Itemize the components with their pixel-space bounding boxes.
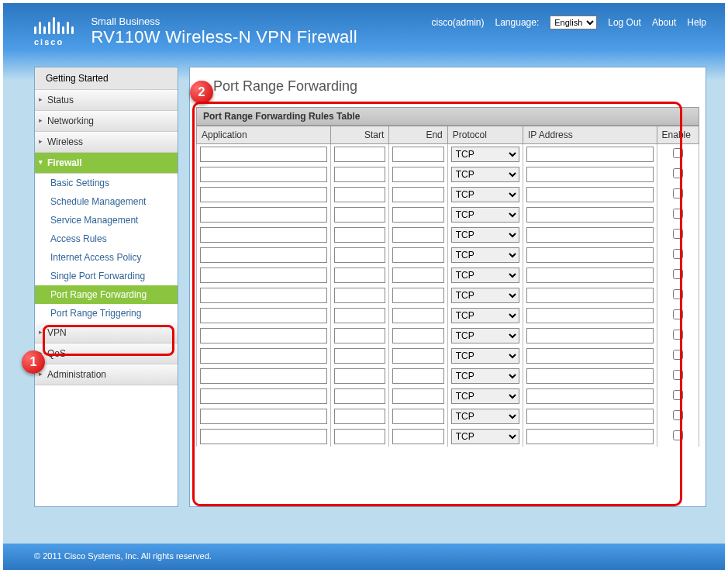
enable-checkbox[interactable] [673, 370, 683, 380]
protocol-select[interactable]: TCP [451, 147, 519, 162]
nav-section-wireless[interactable]: Wireless [35, 132, 178, 153]
protocol-select[interactable]: TCP [451, 409, 519, 424]
enable-checkbox[interactable] [673, 410, 683, 420]
start-input[interactable] [334, 268, 386, 283]
about-link[interactable]: About [652, 17, 676, 28]
enable-checkbox[interactable] [673, 249, 683, 259]
application-input[interactable] [200, 388, 327, 404]
application-input[interactable] [200, 429, 327, 444]
enable-checkbox[interactable] [673, 390, 683, 400]
end-input[interactable] [392, 388, 444, 404]
start-input[interactable] [334, 409, 386, 424]
protocol-select[interactable]: TCP [451, 308, 519, 323]
ip-address-input[interactable] [526, 247, 654, 263]
enable-checkbox[interactable] [673, 168, 683, 178]
start-input[interactable] [334, 207, 386, 223]
end-input[interactable] [392, 429, 444, 444]
end-input[interactable] [392, 227, 444, 243]
ip-address-input[interactable] [526, 348, 654, 364]
enable-checkbox[interactable] [673, 430, 683, 440]
ip-address-input[interactable] [526, 167, 654, 182]
end-input[interactable] [392, 268, 444, 283]
end-input[interactable] [392, 308, 444, 323]
start-input[interactable] [334, 227, 386, 243]
protocol-select[interactable]: TCP [451, 348, 519, 364]
application-input[interactable] [200, 409, 327, 424]
protocol-select[interactable]: TCP [451, 388, 519, 404]
end-input[interactable] [392, 348, 444, 364]
nav-section-networking[interactable]: Networking [35, 111, 178, 132]
application-input[interactable] [200, 167, 327, 182]
start-input[interactable] [334, 388, 386, 404]
application-input[interactable] [200, 247, 327, 263]
nav-item-access-rules[interactable]: Access Rules [35, 230, 178, 248]
protocol-select[interactable]: TCP [451, 187, 519, 202]
application-input[interactable] [200, 187, 327, 202]
application-input[interactable] [200, 268, 327, 283]
enable-checkbox[interactable] [673, 350, 683, 360]
ip-address-input[interactable] [526, 368, 654, 384]
enable-checkbox[interactable] [673, 188, 683, 198]
ip-address-input[interactable] [526, 187, 654, 202]
nav-item-service-management[interactable]: Service Management [35, 211, 178, 230]
application-input[interactable] [200, 147, 327, 162]
logout-link[interactable]: Log Out [608, 17, 641, 28]
ip-address-input[interactable] [526, 388, 654, 404]
protocol-select[interactable]: TCP [451, 247, 519, 263]
end-input[interactable] [392, 409, 444, 424]
protocol-select[interactable]: TCP [451, 227, 519, 243]
enable-checkbox[interactable] [673, 269, 683, 279]
application-input[interactable] [200, 368, 327, 384]
application-input[interactable] [200, 308, 327, 323]
help-link[interactable]: Help [687, 17, 706, 28]
start-input[interactable] [334, 348, 386, 364]
protocol-select[interactable]: TCP [451, 328, 519, 343]
ip-address-input[interactable] [526, 409, 654, 424]
end-input[interactable] [392, 187, 444, 202]
end-input[interactable] [392, 167, 444, 182]
end-input[interactable] [392, 368, 444, 384]
protocol-select[interactable]: TCP [451, 207, 519, 223]
nav-section-administration[interactable]: Administration [35, 364, 178, 385]
start-input[interactable] [334, 328, 386, 343]
nav-item-schedule-management[interactable]: Schedule Management [35, 192, 178, 211]
nav-getting-started[interactable]: Getting Started [35, 67, 178, 90]
end-input[interactable] [392, 328, 444, 343]
end-input[interactable] [392, 147, 444, 162]
protocol-select[interactable]: TCP [451, 167, 519, 182]
application-input[interactable] [200, 227, 327, 243]
start-input[interactable] [334, 187, 386, 202]
ip-address-input[interactable] [526, 308, 654, 323]
ip-address-input[interactable] [526, 429, 654, 444]
start-input[interactable] [334, 288, 386, 303]
enable-checkbox[interactable] [673, 309, 683, 319]
enable-checkbox[interactable] [673, 229, 683, 239]
nav-section-firewall[interactable]: Firewall [35, 153, 178, 174]
application-input[interactable] [200, 207, 327, 223]
protocol-select[interactable]: TCP [451, 368, 519, 384]
language-select[interactable]: English [550, 16, 597, 29]
ip-address-input[interactable] [526, 288, 654, 303]
application-input[interactable] [200, 348, 327, 364]
start-input[interactable] [334, 247, 386, 263]
application-input[interactable] [200, 288, 327, 303]
ip-address-input[interactable] [526, 227, 654, 243]
ip-address-input[interactable] [526, 328, 654, 343]
enable-checkbox[interactable] [673, 330, 683, 340]
nav-item-internet-access-policy[interactable]: Internet Access Policy [35, 248, 178, 267]
nav-item-single-port-forwarding[interactable]: Single Port Forwarding [35, 267, 178, 285]
end-input[interactable] [392, 247, 444, 263]
start-input[interactable] [334, 429, 386, 444]
end-input[interactable] [392, 288, 444, 303]
nav-item-basic-settings[interactable]: Basic Settings [35, 174, 178, 192]
protocol-select[interactable]: TCP [451, 429, 519, 444]
content-scroll[interactable]: Port Range Forwarding Port Range Forward… [190, 67, 706, 506]
end-input[interactable] [392, 207, 444, 223]
application-input[interactable] [200, 328, 327, 343]
nav-section-vpn[interactable]: VPN [35, 323, 178, 343]
ip-address-input[interactable] [526, 147, 654, 162]
nav-item-port-range-triggering[interactable]: Port Range Triggering [35, 304, 178, 323]
nav-section-status[interactable]: Status [35, 90, 178, 111]
start-input[interactable] [334, 147, 386, 162]
ip-address-input[interactable] [526, 268, 654, 283]
